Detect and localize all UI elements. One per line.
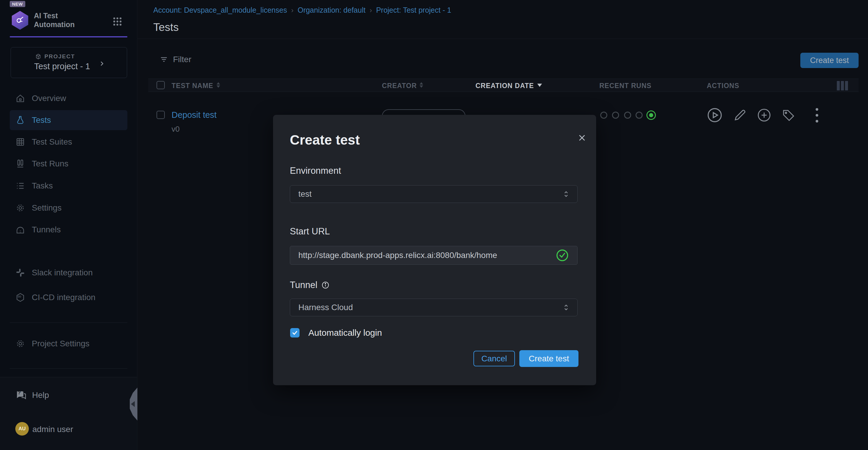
sidebar-footer xyxy=(0,377,137,450)
cancel-button-label: Cancel xyxy=(482,354,507,363)
sidebar-item-label: Test Runs xyxy=(32,159,68,168)
filter-label: Filter xyxy=(173,55,191,64)
column-header-creation-date[interactable]: CREATION DATE xyxy=(475,82,534,90)
tag-icon xyxy=(781,108,796,122)
create-test-submit-button[interactable]: Create test xyxy=(519,350,579,367)
pencil-icon xyxy=(733,108,747,122)
tunnel-icon xyxy=(15,225,25,235)
test-runs-icon xyxy=(15,159,25,169)
question-glyph: ? xyxy=(18,390,21,396)
sidebar-item-test-runs[interactable]: Test Runs xyxy=(10,154,127,174)
sidebar-item-label: Overview xyxy=(32,94,66,103)
sidebar-item-project-settings[interactable]: Project Settings xyxy=(10,334,127,354)
create-test-button-top[interactable]: Create test xyxy=(800,53,859,68)
grid-icon xyxy=(15,137,25,147)
new-badge: NEW xyxy=(10,1,25,7)
plus-circle-icon xyxy=(756,108,772,123)
sidebar-item-test-suites[interactable]: Test Suites xyxy=(10,132,127,152)
cancel-button[interactable]: Cancel xyxy=(473,351,515,366)
select-chevrons-icon xyxy=(561,303,571,312)
avatar-initials: AU xyxy=(19,426,26,432)
tag-button[interactable] xyxy=(781,108,796,122)
column-header-actions: ACTIONS xyxy=(707,82,739,90)
more-actions-button[interactable] xyxy=(816,108,818,122)
project-kicker-label: PROJECT xyxy=(44,53,75,60)
start-url-input[interactable] xyxy=(290,246,578,265)
run-status-dot xyxy=(612,112,619,119)
page-title: Tests xyxy=(153,21,179,34)
sidebar-item-label: Test Suites xyxy=(32,137,72,147)
screen: NEW AI Test Automation xyxy=(0,0,868,450)
info-icon[interactable] xyxy=(321,281,330,289)
help-chat-icon: ? xyxy=(15,389,27,401)
column-header-test-name[interactable]: TEST NAME xyxy=(172,82,213,90)
sidebar-item-label: Slack integration xyxy=(32,268,93,277)
breadcrumb: Account: Devspace_all_module_licenses › … xyxy=(153,6,451,15)
breadcrumb-organization-link[interactable]: Organization: default xyxy=(298,6,366,15)
start-url-label: Start URL xyxy=(290,226,330,237)
tunnel-value: Harness Cloud xyxy=(298,303,353,312)
sidebar-item-tests[interactable]: Tests xyxy=(10,110,127,130)
gear-icon xyxy=(15,203,25,213)
sort-descending-icon[interactable] xyxy=(537,84,542,87)
column-header-creator[interactable]: CREATOR xyxy=(382,82,417,90)
select-all-checkbox[interactable] xyxy=(157,81,165,89)
sidebar-item-overview[interactable]: Overview xyxy=(10,88,127,108)
row-checkbox[interactable] xyxy=(157,111,165,119)
sidebar-item-label: Settings xyxy=(32,203,62,213)
play-circle-icon xyxy=(706,107,723,124)
sidebar-item-label: Tests xyxy=(32,115,51,125)
environment-select[interactable]: test xyxy=(290,185,578,203)
ci-cd-icon: ∞ xyxy=(15,292,25,303)
modal-title: Create test xyxy=(290,132,360,148)
app-title-line1: AI Test xyxy=(34,11,75,20)
test-version: v0 xyxy=(172,124,180,134)
sidebar-item-cicd-integration[interactable]: ∞ CI-CD integration xyxy=(10,287,127,307)
gear-icon xyxy=(15,339,25,349)
project-name: Test project - 1 xyxy=(34,61,90,71)
sidebar-divider xyxy=(10,322,127,323)
table-header-row: TEST NAME CREATOR CREATION DATE RECENT R… xyxy=(148,79,859,92)
select-chevrons-icon xyxy=(561,189,571,199)
sidebar-item-slack-integration[interactable]: Slack integration xyxy=(10,263,127,283)
slack-icon xyxy=(15,268,25,278)
avatar[interactable]: AU xyxy=(15,422,29,435)
filter-icon xyxy=(159,55,168,64)
help-button[interactable]: ? Help xyxy=(15,389,49,401)
close-icon[interactable] xyxy=(576,131,588,144)
sidebar-item-tasks[interactable]: Tasks xyxy=(10,176,127,196)
sort-icons[interactable] xyxy=(217,82,220,88)
environment-label: Environment xyxy=(290,166,341,176)
sort-icons[interactable] xyxy=(420,82,423,88)
project-selector[interactable]: PROJECT Test project - 1 xyxy=(10,47,127,78)
sidebar-item-tunnels[interactable]: Tunnels xyxy=(10,220,127,240)
infinity-glyph: ∞ xyxy=(18,293,21,300)
header-divider xyxy=(137,38,868,39)
sidebar: NEW AI Test Automation xyxy=(0,0,137,450)
sidebar-item-label: Project Settings xyxy=(32,339,89,348)
task-list-icon xyxy=(15,181,25,191)
flask-icon xyxy=(15,115,25,125)
filter-button[interactable]: Filter xyxy=(159,55,191,64)
app-launcher-icon[interactable] xyxy=(113,16,122,27)
auto-login-checkbox[interactable] xyxy=(290,328,300,337)
add-to-suite-button[interactable] xyxy=(756,108,772,123)
robot-glyph-icon xyxy=(15,15,25,26)
run-status-dot xyxy=(600,112,607,119)
app-logo[interactable] xyxy=(11,11,29,30)
run-test-button[interactable] xyxy=(706,107,723,124)
tunnel-select[interactable]: Harness Cloud xyxy=(290,299,578,316)
sidebar-divider xyxy=(10,368,127,369)
breadcrumb-account-link[interactable]: Account: Devspace_all_module_licenses xyxy=(153,6,287,15)
test-name-link[interactable]: Deposit test xyxy=(172,110,217,120)
breadcrumb-project-link[interactable]: Project: Test project - 1 xyxy=(376,6,451,15)
edit-test-button[interactable] xyxy=(733,108,747,122)
user-name[interactable]: admin user xyxy=(32,425,73,434)
run-status-dot-passed[interactable] xyxy=(646,110,656,120)
cube-icon xyxy=(35,53,41,60)
project-kicker: PROJECT xyxy=(35,53,75,60)
column-settings-icon[interactable] xyxy=(837,81,848,90)
chevron-right-icon xyxy=(99,60,105,67)
sidebar-item-settings[interactable]: Settings xyxy=(10,198,127,218)
sidebar-item-label: Tasks xyxy=(32,181,53,191)
